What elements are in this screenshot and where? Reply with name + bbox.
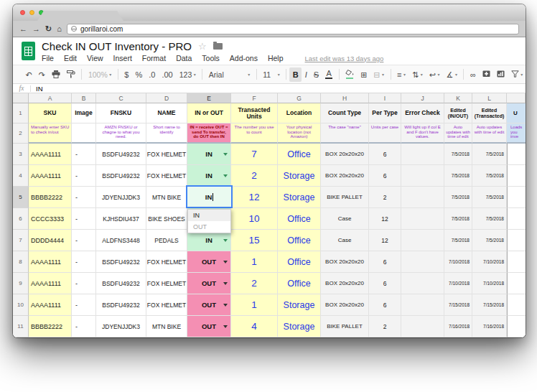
column-header-J[interactable]: J (401, 93, 444, 103)
active-cell-editor[interactable]: IN (186, 185, 233, 208)
partial-column-header[interactable]: U (507, 103, 526, 123)
cell-K9[interactable]: 7/10/2018 (444, 273, 472, 294)
cell-J4[interactable] (401, 165, 444, 187)
cell-B3[interactable]: - (72, 144, 96, 165)
borders-icon[interactable]: ⊞ (358, 67, 370, 82)
row-header-8[interactable]: 8 (13, 251, 29, 273)
cell-H5[interactable]: BIKE PALLET (321, 187, 369, 208)
cell-I1[interactable]: Per Type (369, 103, 401, 123)
cell-G11[interactable]: Storage (278, 316, 321, 337)
column-header-H[interactable]: H (321, 93, 369, 103)
cell-C7[interactable]: ALDFNS3448 (96, 230, 146, 251)
cell-J8[interactable] (401, 251, 444, 273)
cell-I11[interactable]: 2 (369, 316, 401, 337)
cell-C3[interactable]: BSDFU49232 (96, 144, 146, 165)
row-header-5[interactable]: 5 (13, 187, 29, 208)
sheets-logo-icon[interactable] (22, 42, 35, 60)
menu-format[interactable]: Format (142, 54, 166, 62)
cell-I4[interactable]: 6 (369, 165, 401, 187)
cell-K2[interactable]: Auto updates with time of edit (444, 123, 472, 144)
cell-L9[interactable]: 7/10/2018 (472, 273, 507, 294)
cell-E3[interactable]: IN (187, 144, 231, 165)
cell-I3[interactable]: 6 (369, 144, 401, 165)
cell-K6[interactable]: 7/5/2018 (444, 208, 472, 230)
cell-H8[interactable]: BOX 20x20x20 (321, 251, 369, 273)
cell-J11[interactable] (401, 316, 444, 337)
cell-A1[interactable]: SKU (29, 103, 72, 123)
cell-B8[interactable]: - (72, 251, 96, 273)
dropdown-arrow-icon[interactable] (223, 261, 228, 263)
menu-data[interactable]: Data (176, 54, 192, 62)
row-header-10[interactable]: 10 (13, 294, 29, 316)
cell-A5[interactable]: BBBB2222 (29, 187, 72, 208)
cell-K1[interactable]: Edited (IN/OUT) (444, 103, 472, 123)
minimize-window-button[interactable] (29, 10, 34, 15)
column-header-A[interactable]: A (29, 93, 72, 103)
cell-A6[interactable]: CCCC3333 (29, 208, 72, 230)
decrease-decimal-places-icon[interactable]: .0 (146, 67, 159, 82)
cell-B5[interactable]: - (72, 187, 96, 208)
undo-icon[interactable]: ↶ (22, 67, 35, 82)
cell-E1[interactable]: IN or OUT (187, 103, 231, 123)
column-header-C[interactable]: C (96, 93, 146, 103)
cell-A4[interactable]: AAAA1111 (29, 165, 72, 187)
insert-comment-icon[interactable] (479, 67, 493, 82)
row-header-1[interactable]: 1 (13, 103, 29, 123)
insert-link-icon[interactable]: ∞ (467, 67, 479, 82)
dropdown-option-in[interactable]: IN (188, 210, 230, 221)
cell-J6[interactable] (401, 208, 444, 230)
dropdown-arrow-icon[interactable] (223, 282, 228, 285)
cell-C8[interactable]: BSDFU49232 (96, 251, 146, 273)
row-header-3[interactable]: 3 (13, 144, 29, 165)
star-icon[interactable]: ☆ (198, 42, 207, 51)
italic-icon[interactable]: I (302, 67, 310, 82)
reload-icon[interactable]: ↻ (45, 25, 52, 33)
row-header-4[interactable]: 4 (13, 165, 29, 187)
cell-E2[interactable]: IN = receive OUT = send To transfer, do … (187, 123, 231, 144)
address-bar[interactable]: gorillaroi.com (67, 24, 519, 34)
format-currency-icon[interactable]: $ (121, 67, 132, 82)
row-header-9[interactable]: 9 (13, 273, 29, 294)
move-to-folder-icon[interactable] (213, 43, 223, 50)
back-icon[interactable]: ← (19, 25, 27, 33)
cell-G7[interactable]: Office (278, 230, 321, 251)
menu-insert[interactable]: Insert (113, 54, 132, 62)
text-wrap-icon[interactable]: ↩▾ (426, 67, 443, 82)
cell-J3[interactable] (401, 144, 444, 165)
cell-L3[interactable]: 7/5/2018 (472, 144, 507, 165)
cell-D9[interactable]: FOX HELMET (146, 273, 187, 294)
cell-L1[interactable]: Edited (Transacted) (472, 103, 507, 123)
cell-C1[interactable]: FNSKU (96, 103, 146, 123)
cell-C4[interactable]: BSDFU49232 (96, 165, 146, 187)
cell-D6[interactable]: BIKE SHOES (146, 208, 187, 230)
column-header-B[interactable]: B (72, 93, 96, 103)
cell-B11[interactable]: - (72, 316, 96, 337)
column-header-E[interactable]: E (187, 93, 231, 103)
cell-E11[interactable]: OUT (187, 316, 231, 337)
cell-A3[interactable]: AAAA1111 (29, 144, 72, 165)
cell-F2[interactable]: The number you use to count (231, 123, 278, 144)
close-window-button[interactable] (20, 10, 25, 15)
cell-C2[interactable]: AMZN FNSKU or chagne to what you need. (96, 123, 146, 144)
horizontal-align-icon[interactable]: ≡▾ (394, 67, 409, 82)
cell-H6[interactable]: Case (321, 208, 369, 230)
cell-H1[interactable]: Count Type (321, 103, 369, 123)
cell-F9[interactable]: 2 (231, 273, 278, 294)
menu-add-ons[interactable]: Add-ons (230, 54, 258, 62)
vertical-align-icon[interactable]: ⇅▾ (409, 67, 426, 82)
redo-icon[interactable]: ↷ (35, 67, 48, 82)
cell-F4[interactable]: 2 (231, 165, 278, 187)
cell-D1[interactable]: NAME (146, 103, 187, 123)
cell-G8[interactable]: Office (278, 251, 321, 273)
cell-L2[interactable]: Auto updates with time of edit (472, 123, 507, 144)
cell-H9[interactable]: BOX 20x20x20 (321, 273, 369, 294)
fill-color-icon[interactable] (342, 67, 358, 82)
dropdown-arrow-icon[interactable] (223, 153, 228, 156)
select-all-corner[interactable] (13, 93, 29, 103)
cell-L10[interactable]: 7/15/2018 (472, 294, 507, 316)
cell-B1[interactable]: Image (72, 103, 96, 123)
cell-F11[interactable]: 4 (231, 316, 278, 337)
text-color-icon[interactable]: A (322, 67, 336, 82)
row-header-7[interactable]: 7 (13, 230, 29, 251)
cell-H4[interactable]: BOX 20x20x20 (321, 165, 369, 187)
